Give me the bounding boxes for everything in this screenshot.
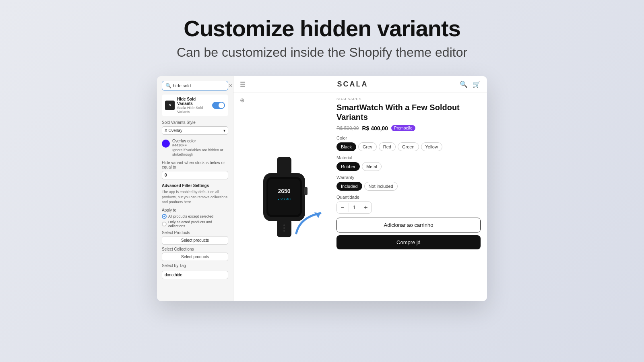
store-logo: SCALA [337,80,368,88]
color-black[interactable]: Black [336,142,356,151]
toggle-switch[interactable] [212,102,225,109]
radio-selected-products-circle [162,222,167,226]
quantity-increase-button[interactable]: + [360,202,372,213]
warranty-included[interactable]: Included [336,182,362,191]
material-options: Rubber Metal [336,162,481,171]
material-metal[interactable]: Metal [362,162,382,171]
svg-point-9 [283,227,285,229]
quantity-value: 1 [348,203,360,212]
warranty-options: Included Not included [336,182,481,191]
store-content: ⊕ 2650 [233,93,487,301]
sold-variants-style-dropdown[interactable]: X Overlay ▾ [162,126,228,135]
price-sale: R$ 400,00 [362,125,388,132]
color-grey[interactable]: Grey [358,142,377,151]
ui-container: 🔍 ✕ S Hide Sold Variants Scala Hide Sold… [157,76,487,301]
cart-icon[interactable]: 🛒 [473,80,481,88]
overlay-color-row: Overlay color #4410FF Ignore if variable… [162,139,228,157]
product-title: SmartWatch With a Few Soldout Variants [336,103,481,122]
dropdown-chevron-icon: ▾ [223,128,225,133]
select-collections-button[interactable]: Select products [162,253,228,261]
zoom-icon[interactable]: ⊕ [240,97,245,103]
overlay-color-label: Overlay color [172,139,228,143]
quantity-label: Quantidade [336,195,481,200]
color-label: Color [336,136,481,140]
main-title: Customize hidden variants [177,16,467,41]
right-panel: ☰ SCALA 🔍 🛒 ⊕ [233,76,487,301]
material-rubber[interactable]: Rubber [336,162,360,171]
radio-selected-products-label: Only selected products and collections [168,220,228,228]
header-section: Customize hidden variants Can be customi… [177,0,467,72]
overlay-color-hex: #4410FF [172,143,228,147]
hide-sold-name: Hide Sold Variants [177,97,210,106]
sold-variants-style-label: Sold Variants Style [162,120,228,125]
quantity-box: − 1 + [336,202,372,214]
search-icon: 🔍 [165,83,171,88]
hamburger-icon[interactable]: ☰ [240,80,246,88]
stock-label: Hide variant when stock is below or equa… [162,160,228,169]
price-row: R$ 500,00 R$ 400,00 Promoção [336,125,481,132]
material-label: Material [336,155,481,160]
svg-text:2650: 2650 [278,188,290,194]
svg-rect-7 [304,187,308,195]
warranty-not-included[interactable]: Not included [364,182,398,191]
svg-text:₼ 25840: ₼ 25840 [278,197,291,201]
color-swatch[interactable] [162,140,170,148]
search-bar[interactable]: 🔍 ✕ [162,81,228,90]
overlay-color-note: Ignore if variables are hidden or strike… [172,148,228,157]
buy-now-button[interactable]: Compre já [336,235,481,249]
radio-selected-products[interactable]: Only selected products and collections [162,220,228,228]
svg-rect-0 [277,157,291,175]
brand-tag: SCALAAPPS [336,97,481,101]
promo-badge: Promoção [391,125,415,131]
stock-input[interactable] [162,171,228,179]
header-icons: 🔍 🛒 [460,80,481,88]
color-green[interactable]: Green [398,142,419,151]
radio-all-products-circle [162,214,167,219]
app-icon: S [165,101,175,110]
advanced-filter-header: Advanced Filter Settings [162,183,228,188]
add-to-cart-button[interactable]: Adicionar ao carrinho [336,218,481,232]
arrow-svg [292,209,328,237]
hide-sold-row: S Hide Sold Variants Scala Hide Sold Var… [162,95,228,116]
overlay-color-info: Overlay color #4410FF Ignore if variable… [172,139,228,157]
radio-all-products-label: All products except selected [168,214,213,218]
color-yellow[interactable]: Yellow [421,142,442,151]
price-original: R$ 500,00 [336,125,359,131]
radio-all-products[interactable]: All products except selected [162,214,228,219]
select-collections-label: Select Collections [162,247,228,251]
quantity-row: − 1 + [336,202,481,214]
warranty-variant-section: Warranty Included Not included [336,175,481,191]
hide-sold-text: Hide Sold Variants Scala Hide Sold Varia… [177,97,210,114]
material-variant-section: Material Rubber Metal [336,155,481,171]
left-panel: 🔍 ✕ S Hide Sold Variants Scala Hide Sold… [157,76,233,301]
svg-point-8 [283,224,285,226]
advanced-filter-desc: The app is enabled by default on all pro… [162,189,228,205]
product-image-area: ⊕ 2650 [240,97,328,297]
color-options: Black Grey Red Green Yellow [336,142,481,151]
dropdown-value: X Overlay [165,128,182,133]
apply-to-label: Apply to [162,208,228,212]
select-products-label: Select Products [162,230,228,235]
sub-title: Can be customized inside the Shopify the… [177,45,467,60]
quantity-decrease-button[interactable]: − [337,202,348,213]
product-details: SCALAAPPS SmartWatch With a Few Soldout … [336,97,481,297]
svg-point-10 [283,230,285,232]
hide-sold-sub: Scala Hide Sold Variants [177,106,210,114]
search-clear-icon[interactable]: ✕ [229,83,233,88]
search-store-icon[interactable]: 🔍 [460,80,468,88]
warranty-label: Warranty [336,175,481,180]
store-header: ☰ SCALA 🔍 🛒 [233,76,487,93]
color-red[interactable]: Red [379,142,396,151]
tag-input[interactable] [162,271,228,279]
select-products-button[interactable]: Select products [162,236,228,245]
color-variant-section: Color Black Grey Red Green Yellow [336,136,481,151]
select-by-tag-label: Select by Tag [162,263,228,268]
search-input[interactable] [173,83,229,88]
